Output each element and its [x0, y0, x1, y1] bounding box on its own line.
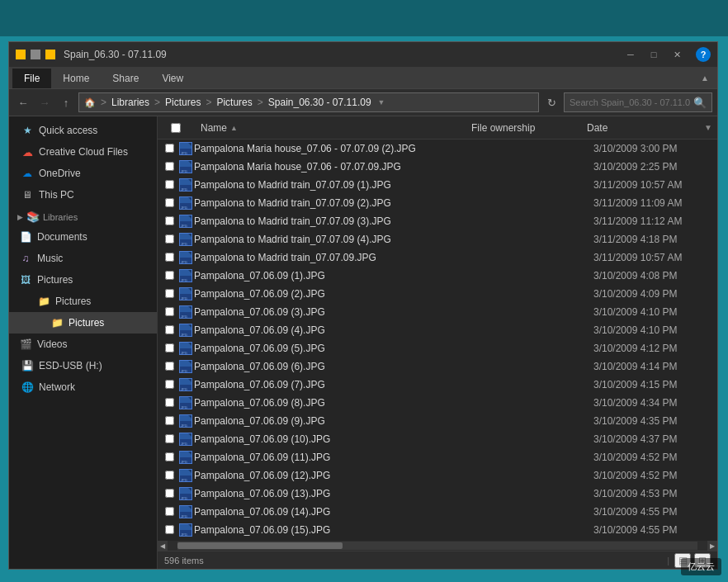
row-checkbox-3[interactable]	[161, 198, 177, 207]
row-checkbox-14[interactable]	[161, 398, 177, 407]
row-checkbox-5[interactable]	[161, 234, 177, 244]
row-icon-6: JPG	[177, 251, 194, 264]
row-checkbox-17[interactable]	[161, 452, 177, 461]
sidebar-item-libraries[interactable]: ▶ 📚 Libraries	[9, 206, 157, 226]
table-row[interactable]: JPG Pampalona to Madrid train_07.07.09 (…	[158, 212, 717, 230]
row-checkbox-0[interactable]	[161, 144, 177, 153]
tab-view[interactable]: View	[150, 69, 195, 88]
path-sep-3: >	[206, 97, 211, 108]
table-row[interactable]: JPG Pampalona_07.06.09 (4).JPG 3/10/2009…	[158, 321, 717, 339]
row-checkbox-19[interactable]	[161, 489, 177, 498]
row-checkbox-2[interactable]	[161, 180, 177, 189]
row-checkbox-15[interactable]	[161, 416, 177, 425]
table-row[interactable]: JPG Pampalona to Madrid train_07.07.09 (…	[158, 230, 717, 248]
search-icon[interactable]: 🔍	[693, 97, 707, 109]
table-row[interactable]: JPG Pampalona to Madrid train_07.07.09.J…	[158, 248, 717, 267]
table-row[interactable]: JPG Pampalona to Madrid train_07.07.09 (…	[158, 194, 717, 212]
select-all-checkbox[interactable]	[171, 123, 181, 133]
table-row[interactable]: JPG Pampalona_07.06.09 (5).JPG 3/10/2009…	[158, 339, 717, 357]
col-header-name[interactable]: Name ▲	[194, 116, 465, 139]
table-row[interactable]: JPG Pampalona to Madrid train_07.07.09 (…	[158, 176, 717, 194]
svg-text:JPG: JPG	[181, 514, 187, 518]
table-row[interactable]: JPG Pampalona Maria house_07.06 - 07.07.…	[158, 140, 717, 158]
sidebar-item-pictures-lib[interactable]: 🖼 Pictures	[9, 269, 157, 291]
ribbon-expand-btn[interactable]: ▲	[696, 72, 714, 84]
minimize-button[interactable]: ─	[620, 46, 641, 63]
help-button[interactable]: ?	[696, 47, 711, 62]
sidebar-item-onedrive[interactable]: ☁ OneDrive	[9, 163, 157, 184]
up-button[interactable]: ↑	[57, 93, 75, 111]
row-name-5: Pampalona to Madrid train_07.07.09 (4).J…	[194, 234, 478, 245]
sidebar-item-this-pc[interactable]: 🖥 This PC	[9, 184, 157, 206]
col-header-ownership[interactable]: File ownership	[465, 116, 580, 139]
table-row[interactable]: JPG Pampalona_07.06.09 (11).JPG 3/10/200…	[158, 448, 717, 466]
close-button[interactable]: ✕	[666, 46, 688, 63]
row-checkbox-13[interactable]	[161, 380, 177, 389]
tab-home[interactable]: Home	[51, 69, 101, 88]
path-pictures-1[interactable]: Pictures	[165, 97, 201, 108]
table-row[interactable]: JPG Pampalona_07.06.09 (10).JPG 3/10/200…	[158, 430, 717, 448]
row-checkbox-7[interactable]	[161, 271, 177, 280]
search-input[interactable]	[570, 97, 690, 107]
row-checkbox-10[interactable]	[161, 325, 177, 334]
table-row[interactable]: JPG Pampalona Maria house_07.06 - 07.07.…	[158, 158, 717, 176]
sidebar-label-pictures-active: Pictures	[69, 317, 104, 329]
table-row[interactable]: JPG Pampalona_07.06.09 (7).JPG 3/10/2009…	[158, 376, 717, 394]
sidebar-item-network[interactable]: 🌐 Network	[9, 376, 157, 398]
path-libraries[interactable]: Libraries	[111, 97, 149, 108]
back-button[interactable]: ←	[14, 93, 32, 111]
path-dropdown-arrow[interactable]: ▼	[378, 98, 385, 106]
h-scroll-track[interactable]	[177, 542, 697, 550]
table-row[interactable]: JPG Pampalona_07.06.09 (15).JPG 3/10/200…	[158, 521, 717, 539]
address-path-bar[interactable]: 🏠 > Libraries > Pictures > Pictures > Sp…	[78, 92, 539, 112]
window-icon-3	[45, 50, 55, 59]
sidebar-item-music[interactable]: ♫ Music	[9, 248, 157, 269]
row-checkbox-4[interactable]	[161, 216, 177, 225]
sidebar-item-videos[interactable]: 🎬 Videos	[9, 334, 157, 355]
jpg-icon-1: JPG	[179, 160, 192, 173]
sidebar-label-this-pc: This PC	[39, 189, 74, 201]
table-row[interactable]: JPG Pampalona_07.06.09 (2).JPG 3/10/2009…	[158, 285, 717, 303]
table-row[interactable]: JPG Pampalona_07.06.09 (14).JPG 3/10/200…	[158, 503, 717, 521]
h-scroll-left[interactable]: ◀	[158, 541, 168, 551]
table-row[interactable]: JPG Pampalona_07.06.09 (1).JPG 3/10/2009…	[158, 267, 717, 285]
row-icon-3: JPG	[177, 196, 194, 210]
table-row[interactable]: JPG Pampalona_07.06.09 (3).JPG 3/10/2009…	[158, 303, 717, 321]
col-header-sort-extra[interactable]: ▼	[704, 123, 717, 132]
tab-file[interactable]: File	[12, 69, 51, 88]
row-checkbox-8[interactable]	[161, 289, 177, 298]
path-pictures-2[interactable]: Pictures	[216, 97, 252, 108]
row-checkbox-11[interactable]	[161, 343, 177, 353]
row-checkbox-21[interactable]	[161, 525, 177, 534]
table-row[interactable]: JPG Pampalona_07.06.09 (9).JPG 3/10/2009…	[158, 412, 717, 430]
row-checkbox-12[interactable]	[161, 362, 177, 371]
row-checkbox-9[interactable]	[161, 307, 177, 316]
sidebar-item-documents[interactable]: 📄 Documents	[9, 226, 157, 248]
row-date-19: 3/10/2009 4:53 PM	[593, 488, 717, 499]
maximize-button[interactable]: □	[643, 46, 664, 63]
sidebar-item-quick-access[interactable]: ★ Quick access	[9, 120, 157, 141]
row-checkbox-16[interactable]	[161, 434, 177, 443]
row-checkbox-20[interactable]	[161, 507, 177, 516]
table-row[interactable]: JPG Pampalona_07.06.09 (12).JPG 3/10/200…	[158, 466, 717, 485]
forward-button[interactable]: →	[35, 93, 54, 111]
tab-share[interactable]: Share	[101, 69, 150, 88]
sidebar-item-pictures-active[interactable]: 📁 Pictures	[9, 312, 157, 334]
row-checkbox-18[interactable]	[161, 471, 177, 480]
h-scroll-thumb[interactable]	[177, 542, 343, 549]
col-header-date[interactable]: Date	[580, 116, 704, 139]
row-checkbox-6[interactable]	[161, 253, 177, 262]
path-spain[interactable]: Spain_06.30 - 07.11.09	[268, 97, 371, 108]
refresh-button[interactable]: ↻	[542, 93, 560, 111]
sidebar-item-pictures-sub[interactable]: 📁 Pictures	[9, 291, 157, 312]
horizontal-scrollbar[interactable]: ◀ ▶	[158, 541, 717, 551]
header-checkbox[interactable]	[158, 123, 194, 133]
table-row[interactable]: JPG Pampalona_07.06.09 (8).JPG 3/10/2009…	[158, 394, 717, 412]
table-row[interactable]: JPG Pampalona_07.06.09 (13).JPG 3/10/200…	[158, 485, 717, 503]
path-sep-4: >	[258, 97, 263, 108]
table-row[interactable]: JPG Pampalona_07.06.09 (6).JPG 3/10/2009…	[158, 357, 717, 376]
sidebar-item-creative-cloud[interactable]: ☁ Creative Cloud Files	[9, 141, 157, 163]
h-scroll-right[interactable]: ▶	[707, 541, 717, 551]
row-checkbox-1[interactable]	[161, 162, 177, 171]
sidebar-item-esd-usb[interactable]: 💾 ESD-USB (H:)	[9, 355, 157, 376]
